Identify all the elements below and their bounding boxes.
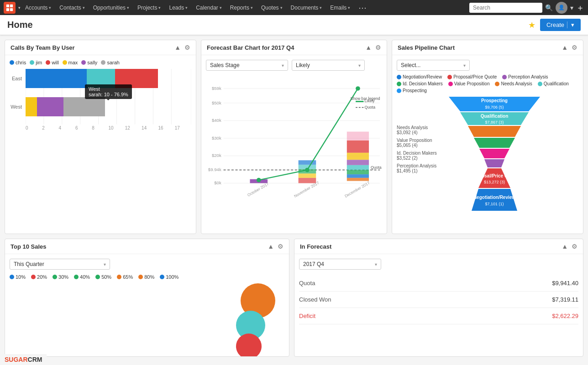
pct80-dot: [138, 275, 143, 279]
year-select[interactable]: 2017 Q4 ▾: [299, 259, 381, 270]
branding: SUGARCRM: [0, 354, 47, 361]
calls-panel-body: chris jim will max: [5, 55, 196, 135]
pipeline-select-arrow: ▾: [463, 63, 466, 68]
navigation-bar: ▾ Accounts ▾ Contacts ▾ Opportunities ▾ …: [0, 0, 588, 15]
top-sales-settings-icon[interactable]: ⚙: [278, 243, 284, 250]
nav-emails[interactable]: Emails ▾: [326, 3, 354, 13]
funnel-svg: Prospecting $9,706 (5) Qualification $7,…: [444, 97, 545, 229]
svg-rect-43: [347, 132, 369, 141]
forecast-collapse-icon[interactable]: ▲: [365, 44, 372, 51]
in-forecast-collapse-icon[interactable]: ▲: [562, 243, 568, 250]
calls-panel-controls: ▲ ⚙: [174, 44, 190, 51]
svg-rect-2: [6, 8, 9, 10]
pct-10: 10%: [10, 274, 26, 280]
likely-select[interactable]: Likely ▾: [292, 60, 365, 71]
svg-text:$9.94k: $9.94k: [208, 167, 221, 172]
deficit-row: Deficit $2,622.29: [299, 308, 578, 324]
svg-marker-63: [479, 149, 509, 158]
logo-dropdown[interactable]: ▾: [18, 5, 21, 10]
svg-rect-41: [347, 174, 369, 178]
nav-projects[interactable]: Projects ▾: [134, 3, 164, 13]
nav-calendar[interactable]: Calendar ▾: [192, 3, 226, 13]
pct20-dot: [31, 275, 36, 279]
top-sales-title: Top 10 Sales: [10, 243, 47, 250]
svg-rect-37: [347, 153, 369, 160]
pipeline-legend: Negotiation/Review Proposal/Price Quote …: [397, 74, 578, 93]
svg-rect-39: [347, 165, 369, 170]
nav-documents[interactable]: Documents ▾: [287, 3, 326, 13]
svg-marker-62: [474, 138, 515, 148]
brand-text: SUGARCRM: [5, 356, 42, 361]
nav-opportunities[interactable]: Opportunities ▾: [89, 3, 133, 13]
sales-stage-select[interactable]: Sales Stage ▾: [206, 60, 288, 71]
forecast-panel: Forecast Bar Chart for 2017 Q4 ▲ ⚙ Sales…: [201, 40, 387, 234]
svg-point-46: [356, 86, 360, 91]
nav-contacts[interactable]: Contacts ▾: [56, 3, 88, 13]
svg-text:$50k: $50k: [212, 100, 221, 105]
pipeline-panel-body: Select... ▾ Negotiation/Review Proposal/…: [392, 55, 583, 234]
dashboard-row-2: Top 10 Sales ▲ ⚙ This Quarter ▾ 10%: [5, 239, 583, 357]
value-prop-label: Value Proposition$5,065 (4): [397, 138, 442, 148]
legend-needs: Needs Analysis: [495, 81, 532, 86]
max-dot: [63, 60, 67, 65]
search-icon[interactable]: 🔍: [545, 4, 553, 11]
west-sarah: [63, 97, 105, 116]
home-bar: Home ★ Create ▾: [0, 15, 588, 35]
svg-point-45: [305, 168, 310, 172]
svg-rect-38: [347, 160, 369, 165]
calls-settings-icon[interactable]: ⚙: [184, 44, 190, 51]
svg-marker-68: [472, 189, 517, 211]
top-sales-controls: ▲ ⚙: [268, 243, 284, 250]
nav-leads[interactable]: Leads ▾: [165, 3, 191, 13]
user-chevron[interactable]: ▾: [570, 4, 573, 11]
add-icon[interactable]: ＋: [576, 2, 584, 13]
pct-50: 50%: [95, 274, 111, 280]
forecast-panel-header: Forecast Bar Chart for 2017 Q4 ▲ ⚙: [201, 40, 387, 55]
quota-value: $9,941.40: [552, 280, 578, 287]
pct-30: 30%: [52, 274, 68, 280]
legend-id-dm: Id. Decision Makers: [397, 81, 443, 86]
pipeline-panel-controls: ▲ ⚙: [562, 44, 578, 51]
calls-panel-title: Calls By Team By User: [10, 44, 75, 51]
search-input[interactable]: [469, 3, 542, 13]
west-max: [26, 97, 37, 116]
nav-more[interactable]: ⋯: [355, 1, 370, 15]
pct30-dot: [52, 275, 57, 279]
calls-collapse-icon[interactable]: ▲: [174, 44, 181, 51]
stage-arrow: ▾: [282, 63, 284, 68]
svg-text:$9,706 (5): $9,706 (5): [485, 105, 504, 110]
deficit-value: $2,622.29: [552, 313, 578, 319]
pipeline-collapse-icon[interactable]: ▲: [562, 44, 568, 51]
pipeline-settings-icon[interactable]: ⚙: [572, 44, 578, 51]
search-area: 🔍 👤 ▾ ＋: [469, 2, 584, 14]
sally-dot: [81, 60, 86, 65]
favorite-icon[interactable]: ★: [528, 20, 536, 30]
bubble-red: [236, 334, 262, 357]
nav-quotes[interactable]: Quotes ▾: [257, 3, 286, 13]
closed-won-row: Closed Won $7,319.11: [299, 292, 578, 308]
create-button[interactable]: Create ▾: [540, 19, 581, 31]
pct-80: 80%: [138, 274, 154, 280]
top-sales-collapse-icon[interactable]: ▲: [268, 243, 274, 250]
nav-reports[interactable]: Reports ▾: [226, 3, 257, 13]
pipeline-panel-header: Sales Pipeline Chart ▲ ⚙: [392, 40, 583, 55]
svg-rect-36: [347, 141, 369, 153]
perc-dot: [502, 75, 507, 79]
avatar[interactable]: 👤: [556, 2, 567, 14]
prop-dot: [447, 75, 452, 79]
funnel-area: Needs Analysis$3,092 (4) Value Propositi…: [397, 97, 578, 229]
nav-accounts[interactable]: Accounts ▾: [21, 3, 55, 13]
in-forecast-settings-icon[interactable]: ⚙: [572, 243, 578, 250]
forecast-settings-icon[interactable]: ⚙: [375, 44, 381, 51]
quarter-select[interactable]: This Quarter ▾: [10, 259, 110, 270]
top-sales-body: This Quarter ▾ 10% 20% 30%: [5, 254, 289, 356]
contacts-chevron: ▾: [83, 5, 85, 10]
legend-perception: Perception Analysis: [502, 74, 548, 79]
legend-jim: jim: [30, 60, 42, 65]
calls-chart: East West Westsarah: 10 - 76.9%: [10, 69, 191, 130]
pipeline-select[interactable]: Select... ▾: [397, 60, 470, 71]
pipeline-panel: Sales Pipeline Chart ▲ ⚙ Select... ▾ Neg…: [392, 40, 583, 234]
svg-marker-64: [484, 159, 504, 167]
app-logo[interactable]: [4, 2, 16, 14]
svg-text:$13,272 (3): $13,272 (3): [484, 180, 505, 184]
